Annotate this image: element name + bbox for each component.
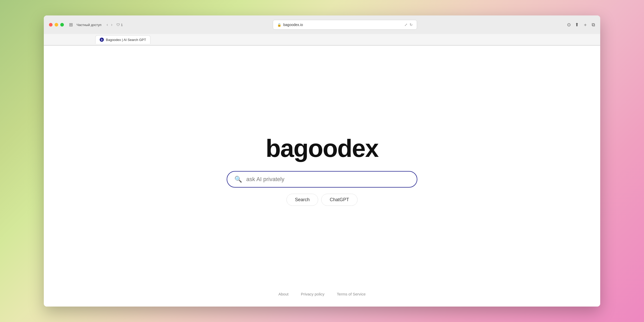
address-right-icons: ⤢ ↻ <box>404 23 413 27</box>
traffic-lights <box>49 23 64 27</box>
privacy-link[interactable]: Privacy policy <box>301 292 325 296</box>
search-icon: 🔍 <box>234 176 242 183</box>
page-content: bagoodex 🔍 Search ChatGPT About Privacy … <box>44 46 600 307</box>
minimize-button[interactable] <box>55 23 58 27</box>
tos-link[interactable]: Terms of Service <box>337 292 366 296</box>
sidebar-icon[interactable]: ⊞ <box>69 22 73 28</box>
browser-chrome: ⊞ Частный доступ ‹ › 🛡 1 🔒 bagoodex.io ⤢… <box>44 15 600 46</box>
back-button[interactable]: ‹ <box>106 22 109 28</box>
lock-icon: 🔒 <box>277 23 281 27</box>
nav-arrows: ‹ › <box>106 22 114 28</box>
search-buttons: Search ChatGPT <box>286 194 358 206</box>
private-label: Частный доступ <box>77 23 101 27</box>
search-box-wrapper: 🔍 Search ChatGPT <box>227 171 417 206</box>
tab-title: Bagoodex | AI Search GPT <box>106 38 146 42</box>
site-logo: bagoodex <box>266 136 378 161</box>
download-icon[interactable]: ⊙ <box>567 22 571 28</box>
active-tab[interactable]: b Bagoodex | AI Search GPT <box>95 35 150 44</box>
main-area: bagoodex 🔍 Search ChatGPT <box>227 136 417 206</box>
fullscreen-button[interactable] <box>60 23 64 27</box>
search-input[interactable] <box>246 176 410 183</box>
share-icon[interactable]: ⬆ <box>575 22 579 28</box>
close-button[interactable] <box>49 23 53 27</box>
search-button[interactable]: Search <box>286 194 318 206</box>
footer: About Privacy policy Terms of Service <box>278 292 366 296</box>
browser-actions: ⊙ ⬆ ＋ ⧉ <box>567 22 595 28</box>
tabs-icon[interactable]: ⧉ <box>592 22 595 28</box>
address-text: bagoodex.io <box>283 23 303 27</box>
tab-bar: b Bagoodex | AI Search GPT <box>44 34 600 45</box>
new-tab-icon[interactable]: ＋ <box>583 22 588 28</box>
about-link[interactable]: About <box>278 292 289 296</box>
search-input-container[interactable]: 🔍 <box>227 171 417 188</box>
chatgpt-button[interactable]: ChatGPT <box>321 194 358 206</box>
shield-count: 1 <box>121 23 123 27</box>
tab-favicon: b <box>100 38 104 42</box>
forward-button[interactable]: › <box>110 22 113 28</box>
reload-icon[interactable]: ↻ <box>410 23 413 27</box>
address-bar-container: 🔒 bagoodex.io ⤢ ↻ <box>126 20 564 30</box>
shield-badge: 🛡 1 <box>116 23 123 27</box>
address-bar[interactable]: 🔒 bagoodex.io ⤢ ↻ <box>273 20 417 30</box>
shield-icon: 🛡 <box>116 23 120 27</box>
translate-icon[interactable]: ⤢ <box>404 23 408 27</box>
browser-titlebar: ⊞ Частный доступ ‹ › 🛡 1 🔒 bagoodex.io ⤢… <box>44 15 600 34</box>
browser-window: ⊞ Частный доступ ‹ › 🛡 1 🔒 bagoodex.io ⤢… <box>44 15 600 307</box>
